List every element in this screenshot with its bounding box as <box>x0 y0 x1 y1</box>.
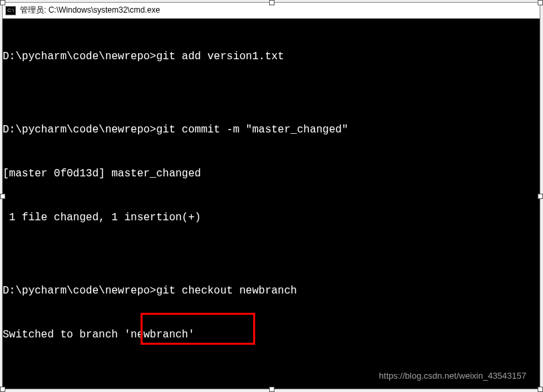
terminal-line: [master 0f0d13d] master_changed <box>3 166 540 181</box>
resize-handle-sw[interactable] <box>0 387 5 392</box>
resize-handle-ne[interactable] <box>538 0 543 5</box>
resize-handle-nw[interactable] <box>0 0 5 5</box>
watermark-text: https://blog.csdn.net/weixin_43543157 <box>379 369 526 383</box>
resize-handle-n[interactable] <box>269 0 274 5</box>
cmd-window: C:\ 管理员: C:\Windows\system32\cmd.exe D:\… <box>2 2 540 389</box>
resize-handle-e[interactable] <box>538 194 543 199</box>
resize-handle-s[interactable] <box>269 387 274 392</box>
resize-handle-se[interactable] <box>538 387 543 392</box>
terminal-body[interactable]: D:\pycharm\code\newrepo>git add version1… <box>3 19 540 389</box>
cmd-icon: C:\ <box>5 6 16 15</box>
resize-handle-w[interactable] <box>0 194 5 199</box>
terminal-line: Switched to branch 'newbranch' <box>3 327 540 342</box>
window-title: 管理员: C:\Windows\system32\cmd.exe <box>20 5 160 16</box>
terminal-line: D:\pycharm\code\newrepo>git commit -m "m… <box>3 122 540 137</box>
terminal-line: D:\pycharm\code\newrepo>git add version1… <box>3 49 540 64</box>
terminal-line: D:\pycharm\code\newrepo>git checkout new… <box>3 284 540 298</box>
terminal-line: 1 file changed, 1 insertion(+) <box>3 210 540 225</box>
